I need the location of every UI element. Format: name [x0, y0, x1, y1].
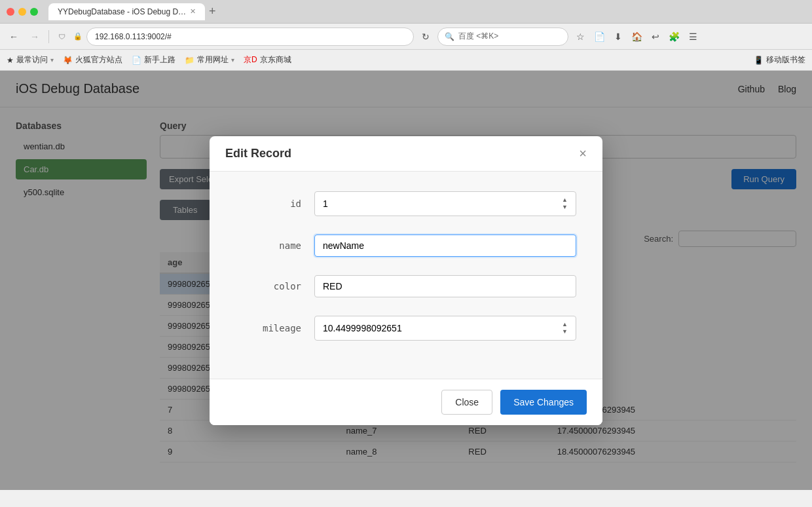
back-button[interactable]: ←	[5, 29, 22, 45]
bookmark-firefox[interactable]: 🦊 火狐官方站点	[63, 54, 122, 66]
mileage-arrows: ▲ ▼	[562, 322, 568, 335]
toolbar-icons: ☆ 📄 ⬇ 🏠 ↩ 🧩 ☰	[572, 29, 701, 45]
form-group-color: color	[236, 275, 576, 297]
modal-body: id 1 ▲ ▼ name	[210, 172, 602, 379]
bookmark-newuser[interactable]: 📄 新手上路	[132, 54, 175, 66]
jd-icon: 京D	[244, 54, 257, 66]
minimize-window-btn[interactable]	[18, 8, 26, 16]
modal-title: Edit Record	[225, 147, 291, 160]
id-down-arrow[interactable]: ▼	[562, 204, 568, 210]
save-changes-button[interactable]: Save Changes	[500, 390, 587, 415]
modal-close-button[interactable]: ×	[579, 147, 587, 160]
bookmark-recent[interactable]: ★ 最常访问 ▾	[7, 54, 54, 66]
mileage-input-wrapper: 10.4499998092651 ▲ ▼	[314, 316, 576, 341]
id-label: id	[236, 198, 301, 209]
id-up-arrow[interactable]: ▲	[562, 197, 568, 203]
tab-title: YYDebugDatabase - iOS Debug D…	[58, 7, 186, 16]
bookmark-star-btn[interactable]: ☆	[572, 29, 589, 45]
close-button[interactable]: Close	[441, 390, 492, 415]
form-group-name: name	[236, 235, 576, 257]
address-bar[interactable]: 192.168.0.113:9002/#	[86, 28, 414, 46]
modal-header: Edit Record ×	[210, 136, 602, 172]
tab-bar: YYDebugDatabase - iOS Debug D… ✕ +	[48, 3, 805, 20]
bookmark-common[interactable]: 📁 常用网址 ▾	[185, 54, 234, 66]
mobile-icon: 📱	[754, 56, 764, 65]
mileage-down-arrow[interactable]: ▼	[562, 329, 568, 335]
recent-icon: ★	[7, 56, 14, 65]
firefox-icon: 🦊	[63, 56, 73, 65]
color-input[interactable]	[314, 275, 576, 297]
name-input[interactable]	[314, 235, 576, 257]
id-input-wrapper: 1 ▲ ▼	[314, 191, 576, 216]
shield-icon: 🔒	[73, 32, 83, 41]
id-value: 1	[323, 198, 328, 209]
modal-overlay: Edit Record × id 1 ▲ ▼	[0, 71, 812, 490]
extensions-btn[interactable]: 🧩	[665, 29, 684, 45]
browser-toolbar: ← → 🛡 🔒 192.168.0.113:9002/# ↻ 🔍 百度 <⌘K>…	[0, 24, 812, 50]
download-btn[interactable]: ⬇	[610, 29, 626, 45]
browser-tab[interactable]: YYDebugDatabase - iOS Debug D… ✕	[48, 3, 205, 20]
home-btn[interactable]: 🏠	[627, 29, 646, 45]
security-icon: 🛡	[54, 31, 69, 42]
reader-btn[interactable]: 📄	[590, 29, 609, 45]
newuser-icon: 📄	[132, 56, 141, 65]
color-label: color	[236, 281, 301, 291]
modal-footer: Close Save Changes	[210, 379, 602, 425]
name-label: name	[236, 240, 301, 251]
mobile-bookmarks[interactable]: 📱 移动版书签	[754, 54, 805, 66]
bookmarks-bar: ★ 最常访问 ▾ 🦊 火狐官方站点 📄 新手上路 📁 常用网址 ▾ 京D 京东商…	[0, 50, 812, 71]
mileage-label: mileage	[236, 323, 301, 333]
edit-record-modal: Edit Record × id 1 ▲ ▼	[210, 136, 602, 425]
browser-search-bar[interactable]: 🔍 百度 <⌘K>	[437, 28, 568, 46]
id-arrows: ▲ ▼	[562, 197, 568, 210]
tab-close-icon[interactable]: ✕	[190, 7, 196, 16]
menu-btn[interactable]: ☰	[685, 29, 701, 45]
app-container: iOS Debug Database Github Blog Databases…	[0, 71, 812, 490]
forward-button[interactable]: →	[26, 29, 43, 45]
history-btn[interactable]: ↩	[648, 29, 663, 45]
traffic-lights	[7, 8, 38, 16]
browser-titlebar: YYDebugDatabase - iOS Debug D… ✕ +	[0, 0, 812, 24]
new-tab-button[interactable]: +	[209, 5, 216, 18]
close-window-btn[interactable]	[7, 8, 14, 16]
address-text: 192.168.0.113:9002/#	[95, 32, 172, 41]
mileage-value: 10.4499998092651	[323, 323, 402, 333]
mileage-up-arrow[interactable]: ▲	[562, 322, 568, 328]
form-group-mileage: mileage 10.4499998092651 ▲ ▼	[236, 316, 576, 341]
search-placeholder: 百度 <⌘K>	[458, 31, 498, 42]
common-icon: 📁	[185, 56, 194, 65]
search-icon: 🔍	[445, 32, 454, 41]
form-group-id: id 1 ▲ ▼	[236, 191, 576, 216]
maximize-window-btn[interactable]	[30, 8, 38, 16]
dropdown-icon: ▾	[50, 56, 54, 64]
bookmark-jd[interactable]: 京D 京东商城	[244, 54, 291, 66]
dropdown-icon2: ▾	[231, 56, 234, 64]
refresh-button[interactable]: ↻	[418, 29, 434, 45]
